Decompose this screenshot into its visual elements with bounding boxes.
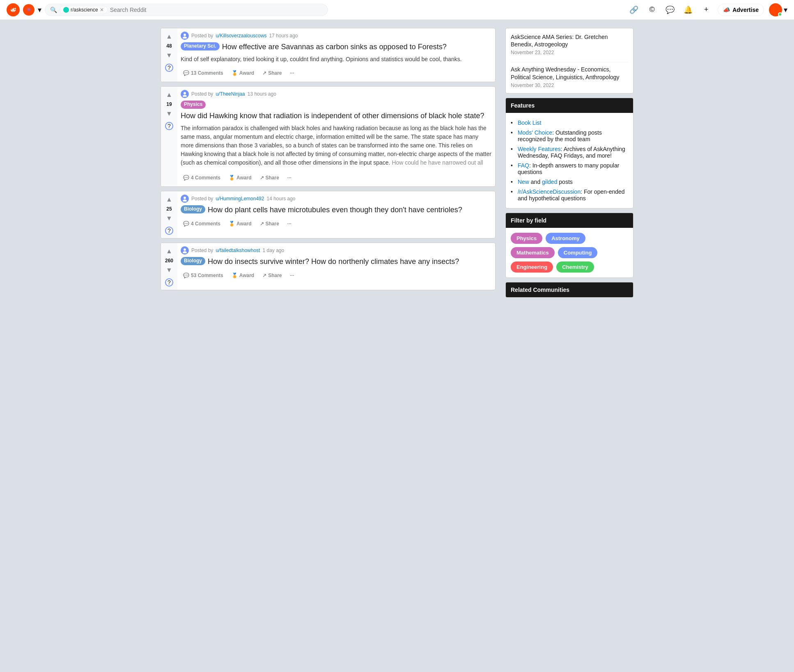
post-title[interactable]: Biology How do plant cells have microtub… <box>181 205 492 215</box>
mods-choice-link[interactable]: Mods' Choice <box>518 129 552 136</box>
svg-point-3 <box>14 9 15 10</box>
share-button[interactable]: ↗ Share <box>257 172 282 183</box>
filter-card: Filter by field Physics Astronomy Mathem… <box>505 213 633 278</box>
post-flair[interactable]: Biology <box>181 205 205 213</box>
filter-tag-mathematics[interactable]: Mathematics <box>511 247 555 258</box>
post-title[interactable]: Physics How did Hawking know that radiat… <box>181 101 492 121</box>
more-button[interactable]: ··· <box>285 218 294 229</box>
post-title-text[interactable]: How do insects survive winter? How do no… <box>208 257 459 266</box>
post-avatar <box>181 32 189 40</box>
related-communities-card: Related Communities <box>505 282 633 298</box>
weekly-features-link[interactable]: Weekly Features <box>518 146 561 152</box>
author-name[interactable]: u/failedtalkshowhost <box>216 248 260 253</box>
nav-dropdown-button[interactable]: ▾ <box>38 5 41 14</box>
share-button[interactable]: ↗ Share <box>257 218 282 229</box>
share-button[interactable]: ↗ Share <box>260 270 284 281</box>
search-input[interactable] <box>110 7 323 13</box>
downvote-button[interactable]: ▼ <box>164 265 174 275</box>
nav-plus-icon[interactable]: + <box>700 3 713 16</box>
more-button[interactable]: ··· <box>288 68 297 78</box>
svg-point-11 <box>183 200 187 202</box>
online-badge <box>778 12 782 16</box>
post-title-text[interactable]: How effective are Savannas as carbon sin… <box>222 42 447 52</box>
nav-link-icon[interactable]: 🔗 <box>627 3 640 16</box>
upvote-button[interactable]: ▲ <box>164 246 174 256</box>
filter-header: Filter by field <box>506 213 633 228</box>
snoo-avatar[interactable]: 👾 <box>23 4 34 16</box>
comments-button[interactable]: 💬 53 Comments <box>181 270 226 281</box>
time-ago: 14 hours ago <box>266 196 295 202</box>
upvote-button[interactable]: ▲ <box>164 32 174 41</box>
reddit-logo[interactable] <box>7 3 20 16</box>
related-header: Related Communities <box>506 282 633 297</box>
post-title-text[interactable]: How did Hawking know that radiation is i… <box>181 111 484 121</box>
ask-science-discussion-link[interactable]: /r/AskScienceDiscussion <box>518 188 581 195</box>
filter-tag-chemistry[interactable]: Chemistry <box>556 261 594 273</box>
post-flair[interactable]: Biology <box>181 257 205 265</box>
post-flair-icon: ? <box>165 227 173 235</box>
more-icon: ··· <box>287 221 291 227</box>
downvote-button[interactable]: ▼ <box>164 50 174 60</box>
more-button[interactable]: ··· <box>285 172 294 183</box>
author-name[interactable]: u/Killsoverzaalouscows <box>216 33 266 39</box>
post-body-area: Posted by u/HummingLemon492 14 hours ago… <box>177 191 495 238</box>
downvote-button[interactable]: ▼ <box>164 109 174 119</box>
svg-point-13 <box>183 251 187 253</box>
ama-post-2-title[interactable]: Ask Anything Wednesday - Economics, Poli… <box>511 66 628 80</box>
features-header: Features <box>506 98 633 113</box>
author-name[interactable]: u/TheeNinjaa <box>216 91 245 97</box>
share-label: Share <box>266 221 279 227</box>
post-title-text[interactable]: How do plant cells have microtubules eve… <box>208 205 462 215</box>
award-button[interactable]: 🏅 Award <box>229 270 257 281</box>
author-name[interactable]: u/HummingLemon492 <box>216 196 264 202</box>
share-button[interactable]: ↗ Share <box>260 68 284 78</box>
advertise-button[interactable]: 📣 Advertise <box>718 4 764 16</box>
upvote-button[interactable]: ▲ <box>164 90 174 100</box>
advertise-label: Advertise <box>732 7 759 13</box>
user-avatar[interactable] <box>769 3 782 16</box>
comments-count: 4 Comments <box>191 221 220 227</box>
post-title[interactable]: Planetary Sci. How effective are Savanna… <box>181 42 492 52</box>
nav-coin-icon[interactable]: © <box>645 3 659 16</box>
comments-button[interactable]: 💬 4 Comments <box>181 218 223 229</box>
post-body-area: Posted by u/TheeNinjaa 13 hours ago Phys… <box>177 87 495 186</box>
comments-button[interactable]: 💬 4 Comments <box>181 172 223 183</box>
nav-bell-icon[interactable]: 🔔 <box>682 3 695 16</box>
filter-tag-astronomy[interactable]: Astronomy <box>546 233 585 244</box>
search-icon: 🔍 <box>50 7 57 13</box>
comments-button[interactable]: 💬 13 Comments <box>181 68 226 78</box>
vote-column: ▲ 25 ▼ ? <box>161 191 177 238</box>
new-link[interactable]: New <box>518 179 529 185</box>
user-dropdown-button[interactable]: ▾ <box>784 5 787 14</box>
sidebar: AskScience AMA Series: Dr. Gretchen Bene… <box>505 28 633 298</box>
award-button[interactable]: 🏅 Award <box>229 68 257 78</box>
svg-point-7 <box>183 37 187 39</box>
award-button[interactable]: 🏅 Award <box>226 172 254 183</box>
post-body-area: Posted by u/Killsoverzaalouscows 17 hour… <box>177 28 495 82</box>
filter-tag-engineering[interactable]: Engineering <box>511 261 553 273</box>
filter-tag-physics[interactable]: Physics <box>511 233 542 244</box>
comment-icon: 💬 <box>183 273 189 278</box>
features-list: Book List Mods' Choice: Outstanding post… <box>511 118 628 203</box>
post-meta: Posted by u/Killsoverzaalouscows 17 hour… <box>181 32 492 40</box>
downvote-button[interactable]: ▼ <box>164 213 174 223</box>
upvote-button[interactable]: ▲ <box>164 195 174 204</box>
gilded-link[interactable]: gilded <box>542 179 557 185</box>
feature-item-5-text: New and gilded posts <box>518 179 573 185</box>
nav-chat-icon[interactable]: 💬 <box>663 3 677 16</box>
user-menu[interactable]: ▾ <box>769 3 787 16</box>
subreddit-icon <box>63 7 69 13</box>
more-button[interactable]: ··· <box>288 270 297 281</box>
post-flair[interactable]: Planetary Sci. <box>181 42 220 50</box>
book-list-link[interactable]: Book List <box>518 119 542 126</box>
vote-column: ▲ 19 ▼ ? <box>161 87 177 186</box>
faq-link[interactable]: FAQ <box>518 162 529 169</box>
post-title[interactable]: Biology How do insects survive winter? H… <box>181 257 492 266</box>
search-tag-close[interactable]: ✕ <box>100 7 104 13</box>
svg-line-5 <box>13 8 15 9</box>
ama-post-1-title[interactable]: AskScience AMA Series: Dr. Gretchen Bene… <box>511 33 628 48</box>
post-flair[interactable]: Physics <box>181 101 206 109</box>
search-bar[interactable]: 🔍 r/askscience ✕ <box>45 4 328 16</box>
filter-tag-computing[interactable]: Computing <box>558 247 598 258</box>
award-button[interactable]: 🏅 Award <box>226 218 254 229</box>
